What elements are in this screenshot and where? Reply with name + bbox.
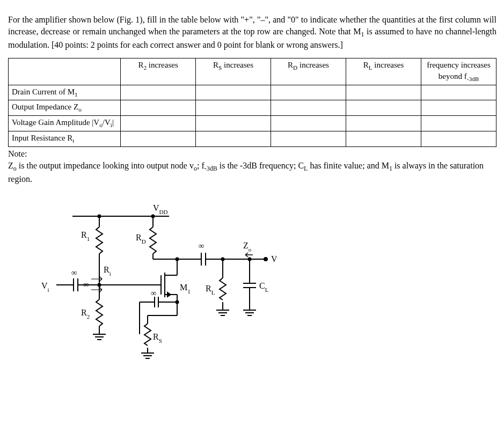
label-inf-cout: ∞	[199, 241, 204, 250]
header-r2: R2 increases	[121, 58, 196, 85]
header-blank	[9, 58, 121, 85]
cell[interactable]	[196, 131, 271, 146]
row-label-gain: Voltage Gain Amplitude |Vo/Vi|	[9, 116, 121, 131]
cell[interactable]	[421, 116, 496, 131]
svg-point-57	[152, 215, 155, 218]
label-m1: M1	[180, 283, 191, 295]
row-label-input-resistance: Input Resistance Ri	[9, 131, 121, 146]
label-vi: Vi	[41, 281, 49, 293]
label-inf-cs: ∞	[151, 289, 157, 297]
header-rd: RD increases	[271, 58, 346, 85]
cell[interactable]	[121, 85, 196, 100]
note-title: Note:	[8, 148, 496, 160]
cell[interactable]	[346, 85, 421, 100]
note-section: Note: Zo is the output impedance looking…	[8, 148, 496, 186]
cell[interactable]	[271, 85, 346, 100]
cell[interactable]	[121, 100, 196, 116]
cell[interactable]	[421, 100, 496, 116]
label-rs: RS	[153, 332, 162, 344]
label-ri: Ri	[104, 265, 111, 277]
label-inf-cin: ∞	[71, 268, 77, 277]
cell[interactable]	[271, 116, 346, 131]
label-cl: CL	[259, 281, 269, 293]
svg-point-52	[176, 258, 179, 261]
table-header-row: R2 increases RS increases RD increases R…	[9, 58, 496, 85]
svg-point-53	[222, 258, 224, 261]
table-row: Output Impedance Zo	[9, 100, 496, 116]
cell[interactable]	[196, 116, 271, 131]
label-rl: RL	[206, 284, 215, 296]
svg-point-50	[264, 258, 267, 261]
svg-point-55	[176, 301, 179, 304]
circuit-diagram: VDD R1 R2 Ri ∞ ∞ Vi M1 RD RS	[40, 195, 496, 364]
table-row: Drain Current of M1	[9, 85, 496, 100]
header-freq: frequency increases beyond f-3dB	[421, 58, 496, 85]
cell[interactable]	[346, 116, 421, 131]
answer-table: R2 increases RS increases RD increases R…	[8, 58, 496, 147]
cell[interactable]	[271, 100, 346, 116]
table-row: Voltage Gain Amplitude |Vo/Vi|	[9, 116, 496, 131]
svg-point-51	[98, 284, 101, 287]
cell[interactable]	[121, 131, 196, 146]
table-row: Input Resistance Ri	[9, 131, 496, 146]
header-rl: RL increases	[346, 58, 421, 85]
label-rd: RD	[136, 233, 146, 245]
note-text: Zo is the output impedance looking into …	[8, 160, 496, 185]
svg-point-54	[249, 258, 251, 261]
label-r2: R2	[81, 308, 90, 320]
row-label-output-impedance: Output Impedance Zo	[9, 100, 121, 116]
header-rs: RS increases	[196, 58, 271, 85]
cell[interactable]	[346, 131, 421, 146]
cell[interactable]	[421, 131, 496, 146]
row-label-drain-current: Drain Current of M1	[9, 85, 121, 100]
cell[interactable]	[346, 100, 421, 116]
cell[interactable]	[421, 85, 496, 100]
problem-intro: For the amplifier shown below (Fig. 1), …	[8, 14, 496, 52]
cell[interactable]	[271, 131, 346, 146]
cell[interactable]	[121, 116, 196, 131]
cell[interactable]	[196, 100, 271, 116]
label-r1: R1	[81, 230, 90, 242]
cell[interactable]	[196, 85, 271, 100]
label-zo: Zo	[243, 241, 252, 253]
label-vdd: VDD	[153, 203, 168, 215]
svg-point-56	[98, 215, 101, 218]
label-vo: Vo	[271, 254, 276, 266]
